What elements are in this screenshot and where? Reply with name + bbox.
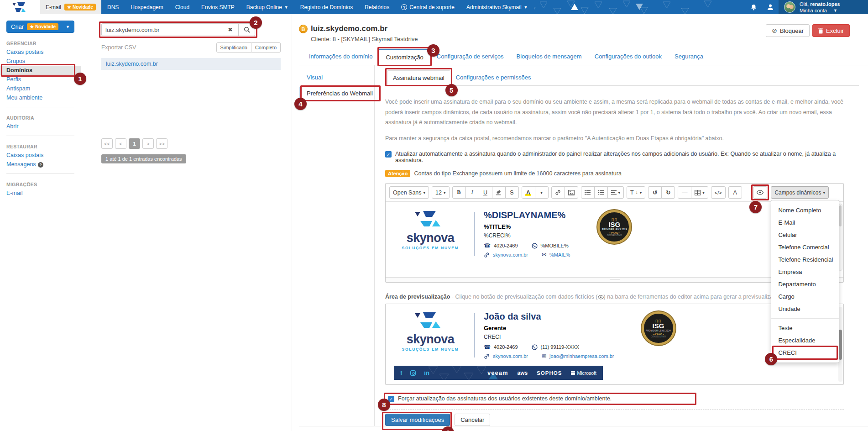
scrollbar-thumb[interactable] bbox=[839, 330, 842, 360]
code-view-button[interactable]: </> bbox=[711, 186, 726, 199]
sidebar-item-email-migracao[interactable]: E-mail bbox=[0, 189, 81, 198]
eraser-button[interactable] bbox=[492, 186, 506, 199]
menu-item-cargo[interactable]: Cargo bbox=[771, 290, 839, 303]
skymail-logo[interactable] bbox=[0, 0, 40, 14]
insert-link-button[interactable] bbox=[551, 186, 565, 199]
table-button[interactable]: ▾ bbox=[691, 186, 708, 199]
sidebar-item-mensagens[interactable]: Mensagens? bbox=[0, 160, 81, 169]
preview-email[interactable]: joao@minhaempresa.com.br bbox=[549, 353, 614, 359]
undo-button[interactable]: ↺ bbox=[648, 186, 662, 199]
view-complete-button[interactable]: Completo bbox=[251, 42, 281, 53]
search-button[interactable] bbox=[239, 23, 255, 36]
search-input[interactable] bbox=[101, 23, 222, 36]
cancel-button[interactable]: Cancelar bbox=[455, 414, 490, 426]
pager-last-button[interactable]: >> bbox=[156, 138, 167, 149]
sidebar-item-grupos[interactable]: Grupos bbox=[0, 57, 81, 66]
font-color-caret[interactable]: ▾ bbox=[535, 186, 549, 199]
redo-button[interactable]: ↻ bbox=[661, 186, 675, 199]
user-menu-button[interactable] bbox=[762, 0, 779, 14]
nav-item-envios-smtp[interactable]: Envios SMTP bbox=[195, 0, 241, 14]
tab-customizacao[interactable]: Customização bbox=[379, 49, 430, 65]
facebook-icon[interactable]: f bbox=[400, 369, 402, 376]
font-family-select[interactable]: Open Sans▾ bbox=[389, 186, 429, 199]
nav-item-email[interactable]: E-mail ★Novidade bbox=[40, 0, 101, 14]
strikethrough-button[interactable]: S bbox=[505, 186, 519, 199]
subnav-item-visual[interactable]: Visual bbox=[299, 71, 374, 84]
nav-item-relatorios[interactable]: Relatórios bbox=[359, 0, 395, 14]
tab-assinatura-webmail[interactable]: Assinatura webmail bbox=[387, 70, 450, 86]
tab-informacoes-dominio[interactable]: Informações do domínio bbox=[303, 49, 379, 65]
scrollbar-thumb[interactable] bbox=[839, 205, 842, 226]
save-button[interactable]: Salvar modificações bbox=[385, 414, 450, 426]
sidebar-item-caixas-postais[interactable]: Caixas postais bbox=[0, 47, 81, 57]
nav-item-registro-dominios[interactable]: Registro de Domínios bbox=[294, 0, 359, 14]
sidebar-item-dominios[interactable]: Domínios bbox=[0, 66, 81, 75]
nav-item-backup-online[interactable]: Backup Online▼ bbox=[241, 0, 294, 14]
clear-search-button[interactable]: ✖ bbox=[222, 23, 239, 36]
tab-configuracoes-permissoes[interactable]: Configurações e permissões bbox=[450, 70, 537, 86]
sidebar-item-perfis[interactable]: Perfis bbox=[0, 75, 81, 84]
pager-first-button[interactable]: << bbox=[101, 138, 113, 149]
nav-item-cloud[interactable]: Cloud bbox=[169, 0, 195, 14]
linkedin-icon[interactable]: in bbox=[424, 369, 429, 376]
menu-item-especialidade[interactable]: Especialidade bbox=[771, 334, 839, 347]
unordered-list-button[interactable] bbox=[581, 186, 595, 199]
sidebar-item-abrir[interactable]: Abrir bbox=[0, 122, 81, 131]
nav-item-dns[interactable]: DNS bbox=[101, 0, 125, 14]
account-menu[interactable]: Olá, renato.lopes Minha conta▼ bbox=[779, 0, 868, 14]
bold-button[interactable]: B bbox=[452, 186, 466, 199]
italic-button[interactable]: I bbox=[465, 186, 479, 199]
warning-badge: Atenção bbox=[385, 170, 410, 177]
dynamic-fields-button[interactable]: Campos dinâmicos▾ bbox=[771, 186, 829, 199]
preview-website[interactable]: skynova.com.br bbox=[493, 353, 528, 359]
create-button[interactable]: Criar ★Novidade ▼ bbox=[6, 21, 74, 33]
menu-item-creci[interactable]: CRECI bbox=[771, 347, 839, 359]
tab-bloqueios-mensagem[interactable]: Bloqueios de mensagem bbox=[510, 49, 588, 65]
export-csv-link[interactable]: Exportar CSV bbox=[101, 44, 136, 51]
tab-seguranca[interactable]: Segurança bbox=[668, 49, 710, 65]
subnav-item-preferencias-webmail[interactable]: Preferências do Webmail bbox=[299, 87, 374, 100]
ordered-list-button[interactable] bbox=[594, 186, 608, 199]
tab-configuracao-servicos[interactable]: Configuração de serviços bbox=[430, 49, 510, 65]
font-size-select[interactable]: 12▾ bbox=[432, 186, 449, 199]
phone-icon: ☎ bbox=[484, 242, 491, 249]
sidebar-item-restaurar-caixas[interactable]: Caixas postais bbox=[0, 151, 81, 160]
view-simplified-button[interactable]: Simplificado bbox=[216, 42, 251, 53]
pager-page-1[interactable]: 1 bbox=[129, 138, 140, 149]
auto-update-checkbox[interactable]: ✓ bbox=[385, 151, 392, 158]
pager-next-button[interactable]: > bbox=[142, 138, 154, 149]
menu-item-unidade[interactable]: Unidade bbox=[771, 303, 839, 315]
horizontal-rule-button[interactable]: — bbox=[678, 186, 691, 199]
domain-result-item[interactable]: luiz.skydemo.com.br bbox=[101, 58, 281, 70]
tab-configuracoes-outlook[interactable]: Configurações do outlook bbox=[588, 49, 668, 65]
underline-button[interactable]: U bbox=[479, 186, 492, 199]
menu-item-empresa[interactable]: Empresa bbox=[771, 266, 839, 278]
nav-item-hospedagem[interactable]: Hospedagem bbox=[125, 0, 169, 14]
block-button[interactable]: ⊘Bloquear bbox=[766, 24, 810, 37]
delete-button[interactable]: Excluir bbox=[812, 24, 850, 37]
pager-prev-button[interactable]: < bbox=[115, 138, 126, 149]
menu-item-teste[interactable]: Teste bbox=[771, 322, 839, 334]
notifications-bell-button[interactable] bbox=[745, 0, 762, 14]
menu-item-departamento[interactable]: Departamento bbox=[771, 278, 839, 290]
sidebar-item-antispam[interactable]: Antispam bbox=[0, 84, 81, 93]
menu-item-telefone-comercial[interactable]: Telefone Comercial bbox=[771, 241, 839, 253]
sidebar-item-meu-ambiente[interactable]: Meu ambiente bbox=[0, 93, 81, 102]
menu-item-telefone-residencial[interactable]: Telefone Residencial bbox=[771, 253, 839, 266]
align-button[interactable]: ▾ bbox=[607, 186, 624, 199]
nav-item-administrativo[interactable]: Administrativo Skymail▼ bbox=[460, 0, 534, 14]
preview-eye-button[interactable] bbox=[753, 186, 767, 199]
instagram-icon[interactable] bbox=[410, 370, 416, 376]
menu-item-celular[interactable]: Celular bbox=[771, 229, 839, 241]
sidebar-item-dominios-wrap: Domínios 1 bbox=[0, 66, 81, 75]
signature-website[interactable]: skynova.com.br bbox=[493, 252, 528, 258]
signature-email[interactable]: %MAIL% bbox=[549, 252, 570, 258]
menu-item-nome-completo[interactable]: Nome Completo bbox=[771, 204, 839, 216]
insert-image-button[interactable] bbox=[565, 186, 578, 199]
menu-item-email[interactable]: E-Mail bbox=[771, 216, 839, 229]
nav-item-central-suporte[interactable]: ?Central de suporte bbox=[395, 0, 460, 14]
clear-format-button[interactable]: A bbox=[728, 186, 742, 199]
line-height-button[interactable]: T↕▾ bbox=[627, 186, 645, 199]
force-update-checkbox[interactable]: ✓ bbox=[388, 396, 394, 402]
font-color-button[interactable]: A bbox=[522, 186, 535, 199]
